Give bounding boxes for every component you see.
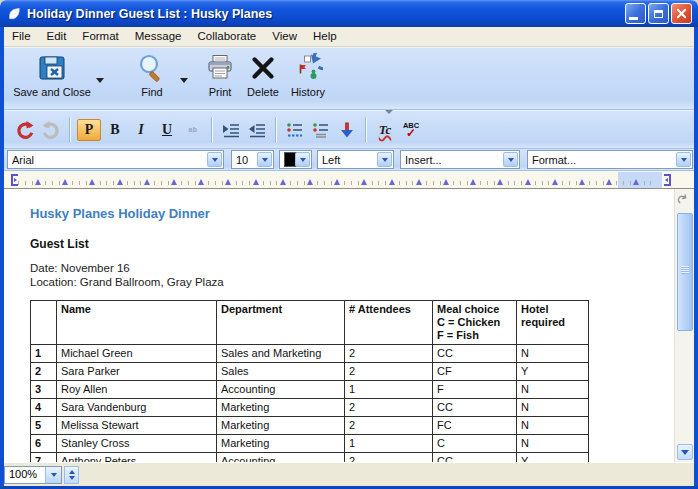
document-subtitle: Guest List — [30, 237, 674, 251]
table-cell: CC — [433, 345, 517, 363]
vertical-scrollbar[interactable]: ↷ — [674, 189, 694, 462]
zoom-dropdown-button[interactable] — [45, 467, 61, 483]
ruler-tick — [406, 181, 407, 185]
header-meal-choice: Meal choice C = Chicken F = Fish — [433, 301, 517, 345]
titlebar[interactable]: Holiday Dinner Guest List : Husky Planes — [0, 0, 698, 27]
curved-arrow-icon[interactable]: ↷ — [673, 190, 693, 209]
ruler-tick — [168, 181, 169, 185]
find-button[interactable]: Find — [128, 52, 176, 104]
history-button[interactable]: History — [284, 52, 332, 104]
spellcheck-button[interactable]: ABC✓ — [399, 118, 423, 142]
row-number-cell: 4 — [31, 399, 57, 417]
chevron-down-icon[interactable] — [503, 152, 518, 167]
bold-button[interactable]: B — [103, 118, 127, 142]
table-cell: N — [517, 399, 589, 417]
indent-button[interactable] — [219, 118, 243, 142]
table-cell: Sara Parker — [57, 363, 217, 381]
ruler-tick — [344, 181, 345, 185]
tab-stop-marker — [307, 179, 313, 185]
paragraph-properties-button[interactable] — [309, 118, 333, 142]
format-select[interactable]: Format... — [527, 150, 693, 169]
underline-button[interactable]: U — [155, 118, 179, 142]
table-cell: 2 — [345, 399, 433, 417]
menu-file[interactable]: File — [4, 27, 39, 46]
text-color-select[interactable] — [279, 150, 312, 169]
ruler-tick — [412, 181, 413, 185]
scroll-down-button[interactable] — [677, 444, 693, 460]
menu-help[interactable]: Help — [305, 27, 345, 46]
menu-format[interactable]: Format — [74, 27, 126, 46]
zoom-select[interactable]: 100% — [4, 466, 62, 484]
style-toolbar: Arial 10 Left Insert... Format... — [4, 149, 694, 171]
chevron-down-icon[interactable] — [257, 152, 272, 167]
table-cell: Melissa Stewart — [57, 417, 217, 435]
outdent-button[interactable] — [245, 118, 269, 142]
toolbar-separator — [69, 117, 71, 143]
table-cell: 2 — [345, 417, 433, 435]
ruler-tick — [508, 181, 509, 185]
ruler-tick — [385, 181, 386, 185]
minimize-button[interactable] — [625, 3, 646, 24]
ruler-tick — [378, 181, 379, 185]
spellcheck-icon: ABC✓ — [403, 122, 419, 138]
text-properties-button[interactable]: ab — [181, 118, 205, 142]
chevron-down-icon[interactable] — [207, 152, 222, 167]
permanent-pen-button[interactable]: P — [77, 119, 101, 141]
save-and-close-button[interactable]: Save and Close — [10, 52, 94, 104]
tab-stop-marker — [579, 179, 585, 185]
redo-button[interactable] — [39, 118, 63, 142]
guest-table-body: 1Michael GreenSales and Marketing2CCN2Sa… — [31, 345, 589, 463]
chevron-down-icon[interactable] — [676, 152, 691, 167]
menu-view[interactable]: View — [264, 27, 305, 46]
insert-select[interactable]: Insert... — [400, 150, 520, 169]
tab-stop-marker — [389, 179, 395, 185]
maximize-button[interactable] — [648, 3, 669, 24]
row-number-cell: 1 — [31, 345, 57, 363]
tab-stop-marker — [416, 179, 422, 185]
toolbar-overflow-chevron[interactable] — [385, 110, 393, 114]
ruler-tick — [453, 181, 454, 185]
chevron-down-icon[interactable] — [295, 152, 310, 167]
ruler[interactable] — [4, 171, 694, 189]
table-cell: Marketing — [217, 435, 345, 453]
tab-stop-marker — [633, 179, 639, 185]
menu-edit[interactable]: Edit — [39, 27, 75, 46]
italic-button[interactable]: I — [129, 118, 153, 142]
toolbar-separator — [211, 117, 213, 143]
tab-stop-marker — [171, 179, 177, 185]
undo-button[interactable] — [13, 118, 37, 142]
ruler-tick — [324, 181, 325, 185]
down-arrow-icon — [337, 120, 357, 140]
ruler-tick — [297, 181, 298, 185]
right-margin-marker[interactable] — [662, 173, 673, 189]
action-toolbar: Save and Close Find Print Delete H — [4, 47, 694, 110]
ruler-tick — [100, 181, 101, 185]
ruler-tick — [276, 181, 277, 185]
ruler-tick — [161, 181, 162, 185]
highlighter-button[interactable]: Tc — [373, 118, 397, 142]
menu-message[interactable]: Message — [127, 27, 190, 46]
scrollbar-thumb[interactable] — [677, 213, 693, 331]
save-dropdown-arrow[interactable] — [96, 78, 104, 83]
alignment-value: Left — [322, 154, 340, 166]
table-row: 3Roy AllenAccounting1FN — [31, 381, 589, 399]
alignment-select[interactable]: Left — [317, 150, 394, 169]
font-family-select[interactable]: Arial — [7, 150, 224, 169]
zoom-spinner[interactable] — [64, 466, 79, 484]
font-size-select[interactable]: 10 — [231, 150, 274, 169]
menu-collaborate[interactable]: Collaborate — [189, 27, 264, 46]
chevron-down-icon[interactable] — [377, 152, 392, 167]
application-window: Holiday Dinner Guest List : Husky Planes… — [0, 0, 698, 489]
table-row: 6Stanley CrossMarketing1CN — [31, 435, 589, 453]
find-dropdown-arrow[interactable] — [180, 78, 188, 83]
ruler-tick — [304, 181, 305, 185]
tab-stop-marker — [144, 179, 150, 185]
print-button[interactable]: Print — [198, 52, 242, 104]
delete-button[interactable]: Delete — [242, 52, 284, 104]
row-number-cell: 2 — [31, 363, 57, 381]
document-area[interactable]: Husky Planes Holiday Dinner Guest List D… — [4, 189, 674, 462]
row-number-cell: 6 — [31, 435, 57, 453]
close-button[interactable] — [671, 3, 692, 24]
insert-section-button[interactable] — [335, 118, 359, 142]
list-properties-button[interactable] — [283, 118, 307, 142]
